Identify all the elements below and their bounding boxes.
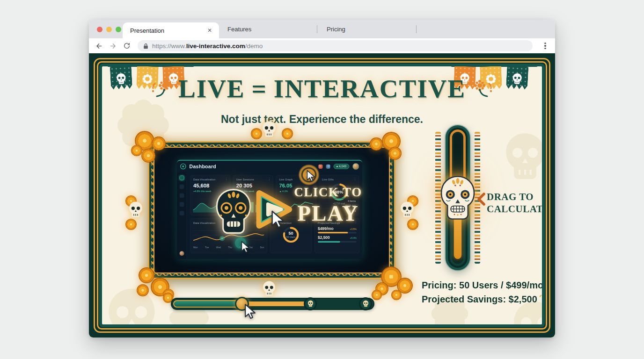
savings-text: Projected Savings: $2,500 [422, 294, 537, 304]
url-domain: live-interactive.com [186, 43, 245, 50]
dashboard-title: Dashboard [190, 164, 315, 169]
tab-close-icon[interactable]: ✕ [206, 27, 213, 34]
close-window-button[interactable] [97, 27, 102, 32]
page-canvas: LIVE = INTERACTIVE Not just text. Experi… [99, 64, 545, 327]
marigold [139, 267, 154, 283]
tab-features[interactable]: Features [220, 20, 316, 38]
sidebar-users-icon [179, 185, 184, 189]
timeline-slider[interactable] [171, 298, 374, 310]
skull-icon [363, 300, 369, 308]
avatar [352, 163, 359, 170]
title-equals: = [252, 74, 267, 103]
cta-line1: CLICK TO [286, 185, 370, 200]
chart-x-ticks: Mon Tue Wed Thu Fri Sat Sun [193, 246, 264, 249]
marigold [125, 219, 137, 230]
skull-icon [307, 300, 314, 308]
browser-toolbar: https://www.live-interactive.com/demo [89, 38, 555, 53]
stat-label: Data Visualization [193, 178, 227, 181]
flourish-left-icon [150, 79, 172, 99]
marigold [282, 128, 293, 139]
cursor-icon [239, 240, 252, 253]
cursor-icon [304, 169, 317, 182]
pricing-text: Pricing: 50 Users / $499/mo [422, 280, 543, 290]
savings-value: $499/mo [318, 226, 334, 231]
marigold [137, 284, 149, 296]
url-scheme: https://www. [152, 43, 186, 50]
marigold [251, 128, 262, 139]
savings-delta: +3.5% [350, 228, 357, 230]
address-bar[interactable]: https://www.live-interactive.com/demo [138, 40, 533, 51]
skull-watermark [503, 132, 545, 183]
cta-line2: PLAY [286, 201, 370, 226]
tab-label: Presentation [130, 27, 206, 34]
dashboard-sidebar [177, 172, 187, 259]
slider-skull-handle[interactable] [437, 175, 478, 221]
title-word-interactive: INTERACTIVE [274, 74, 466, 103]
sparkle-icon [539, 292, 545, 300]
page-title: LIVE = INTERACTIVE [102, 74, 542, 103]
marigold [388, 147, 402, 160]
timeline-marker-skull[interactable] [359, 297, 372, 310]
x-tick: Tue [205, 246, 209, 249]
savings-line: Projected Savings: $2,500 [422, 292, 545, 306]
marigold [131, 145, 142, 156]
dashboard-logo [180, 164, 186, 170]
x-tick: Wed [216, 246, 221, 249]
calculator-output: Pricing: 50 Users / $499/mo Projected Sa… [422, 278, 545, 306]
marigold [391, 290, 402, 300]
flourish-right-icon [472, 79, 494, 99]
tab-pricing[interactable]: Pricing [319, 20, 416, 38]
back-button[interactable] [92, 40, 106, 52]
card-menu-icon: ⋮ [353, 178, 356, 180]
tab-label: Features [227, 26, 251, 33]
cta-line2: CALCULATE [487, 203, 545, 215]
skull-icon [262, 280, 276, 297]
savings-value: $2,500 [318, 236, 330, 240]
tab-divider [416, 25, 417, 33]
tab-label: Pricing [327, 26, 345, 33]
skull-icon [262, 121, 277, 138]
marigold [152, 136, 166, 151]
zoom-window-button[interactable] [116, 27, 121, 32]
skull-icon [400, 201, 415, 219]
cursor-icon [268, 209, 287, 229]
sidebar-clock-icon [179, 193, 184, 198]
savings-delta: +5.4% [350, 237, 357, 239]
marigold [372, 290, 382, 300]
video-player[interactable]: Dashboard ● 4,049 [148, 141, 395, 279]
sidebar-reports-icon [179, 202, 184, 207]
skull-icon [128, 201, 143, 219]
drag-to-calculate-label: DRAG TO CALCULATE [487, 191, 545, 215]
skull-watermark [105, 287, 159, 327]
chevron-left-icon [476, 193, 486, 206]
card-menu-icon: ⋮ [268, 178, 271, 180]
cursor-icon [242, 303, 258, 320]
savings-bar [318, 232, 357, 234]
sidebar-settings-icon [179, 211, 184, 215]
browser-window: Presentation ✕ Features Pricing https://… [89, 20, 555, 337]
browser-menu-button[interactable] [539, 40, 551, 52]
forward-button[interactable] [106, 40, 120, 52]
reload-button[interactable] [120, 40, 134, 52]
x-tick: Mon [193, 246, 198, 249]
title-word-live: LIVE [178, 74, 245, 103]
savings-bar [318, 241, 357, 243]
marigold [370, 137, 383, 151]
url-path: /demo [245, 43, 263, 50]
minimize-window-button[interactable] [106, 27, 112, 32]
apps-icon [326, 164, 330, 168]
timeline-marker-skull[interactable] [304, 297, 317, 310]
marigold [407, 219, 418, 230]
tab-presentation[interactable]: Presentation ✕ [123, 22, 219, 38]
webpage: LIVE = INTERACTIVE Not just text. Experi… [89, 53, 555, 337]
live-badge: ● 4,049 [333, 164, 349, 169]
card-menu-icon: ⋮ [225, 178, 227, 180]
stat-label: Live Gifts [322, 178, 356, 181]
tab-strip: Presentation ✕ Features Pricing [89, 20, 555, 38]
page-subtitle: Not just text. Experience the difference… [102, 113, 542, 126]
sidebar-home-icon [179, 176, 184, 180]
click-to-play-label: CLICK TO PLAY [286, 185, 370, 226]
marigold [141, 149, 155, 163]
tab-divider [317, 25, 317, 33]
sidebar-avatar [179, 251, 184, 256]
